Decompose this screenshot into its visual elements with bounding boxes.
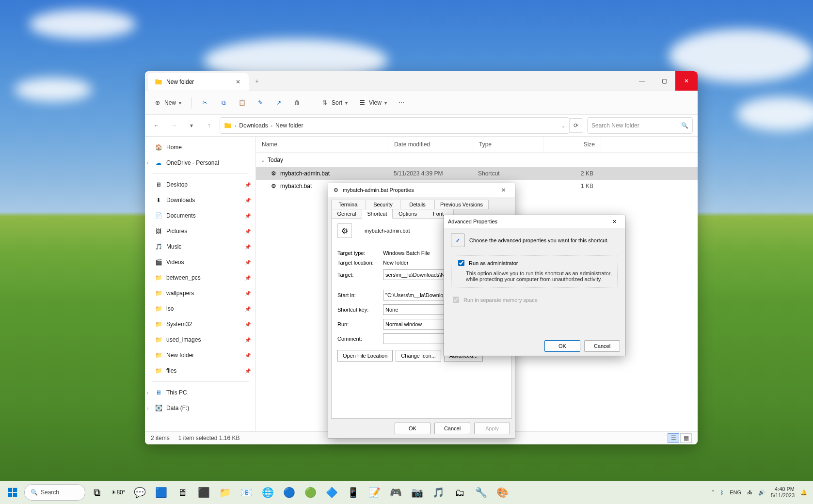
dialog-titlebar[interactable]: Advanced Properties ✕ <box>444 215 625 228</box>
taskbar-app[interactable]: ⬛ <box>194 483 213 502</box>
nav-quick-item[interactable]: 📁iso📌 <box>145 301 255 316</box>
recent-button[interactable]: ▾ <box>185 119 198 132</box>
cancel-button[interactable]: Cancel <box>584 340 620 352</box>
taskbar[interactable]: 🔍Search ⧉ ☀80° 💬 🟦 🖥 ⬛ 📁 📧 🌐 🔵 🟢 🔷 📱 📝 🎮… <box>0 481 813 504</box>
change-icon-button[interactable]: Change Icon... <box>396 350 441 362</box>
minimize-button[interactable]: — <box>631 71 653 91</box>
chevron-down-icon[interactable]: ⌄ <box>561 123 565 128</box>
taskbar-app[interactable]: 🖥 <box>173 483 192 502</box>
maximize-button[interactable]: ▢ <box>653 71 675 91</box>
taskbar-app[interactable]: 🔵 <box>279 483 299 502</box>
taskbar-edge[interactable]: 🌐 <box>258 483 277 502</box>
paste-button[interactable]: 📋 <box>234 95 250 110</box>
taskbar-app[interactable]: 🔧 <box>471 483 491 502</box>
forward-button[interactable]: → <box>167 119 181 132</box>
chevron-right-icon[interactable]: › <box>147 390 148 395</box>
icons-view-button[interactable]: ▦ <box>680 433 692 443</box>
search-input[interactable]: Search New folder 🔍 <box>587 117 693 134</box>
taskbar-explorer[interactable]: 📁 <box>215 483 235 502</box>
start-button[interactable] <box>3 483 22 502</box>
tab-security[interactable]: Security <box>366 200 400 209</box>
new-tab-button[interactable]: ＋ <box>249 71 265 91</box>
nav-quick-item[interactable]: 🎬Videos📌 <box>145 254 255 270</box>
chevron-right-icon[interactable]: › <box>271 123 272 128</box>
copy-button[interactable]: ⧉ <box>216 95 231 110</box>
taskbar-app[interactable]: 📷 <box>407 483 427 502</box>
tab-shortcut[interactable]: Shortcut <box>362 209 393 219</box>
nav-quick-item[interactable]: 🖼Pictures📌 <box>145 223 255 239</box>
clock[interactable]: 4:40 PM 5/11/2023 <box>771 486 795 499</box>
sort-button[interactable]: ⇅Sort▾ <box>317 95 351 110</box>
new-button[interactable]: ⊕New▾ <box>150 95 185 110</box>
titlebar[interactable]: New folder ✕ ＋ — ▢ ✕ <box>145 71 698 91</box>
share-button[interactable]: ↗ <box>271 95 287 110</box>
nav-quick-item[interactable]: 🖥Desktop📌 <box>145 177 255 192</box>
taskbar-app[interactable]: 📧 <box>237 483 256 502</box>
group-header[interactable]: ⌄Today <box>256 153 698 167</box>
nav-drive[interactable]: ›💽Data (F:) <box>145 400 255 416</box>
breadcrumb[interactable]: › Downloads › New folder ⌄ <box>220 117 570 134</box>
taskbar-app[interactable]: 📝 <box>365 483 384 502</box>
col-date[interactable]: Date modified <box>388 137 473 152</box>
file-row[interactable]: ⚙mybatch-admin.bat5/11/2023 4:39 PMShort… <box>256 167 698 180</box>
nav-quick-item[interactable]: 📁files📌 <box>145 363 255 378</box>
chevron-right-icon[interactable]: › <box>235 123 236 128</box>
tray-chevron-icon[interactable]: ˄ <box>712 489 715 496</box>
ok-button[interactable]: OK <box>395 423 430 434</box>
nav-home[interactable]: 🏠Home <box>145 140 255 155</box>
close-button[interactable]: ✕ <box>495 183 511 197</box>
tab-close-icon[interactable]: ✕ <box>234 78 242 86</box>
tab-details[interactable]: Details <box>400 200 435 209</box>
nav-onedrive[interactable]: ›☁OneDrive - Personal <box>145 155 255 171</box>
nav-quick-item[interactable]: 🎵Music📌 <box>145 239 255 254</box>
nav-this-pc[interactable]: ›🖥This PC <box>145 385 255 400</box>
apply-button[interactable]: Apply <box>474 423 510 434</box>
back-button[interactable]: ← <box>150 119 163 132</box>
nav-quick-item[interactable]: ⬇Downloads📌 <box>145 192 255 208</box>
dialog-titlebar[interactable]: ⚙ mybatch-admin.bat Properties ✕ <box>328 183 515 197</box>
ok-button[interactable]: OK <box>544 340 580 352</box>
tab-terminal[interactable]: Terminal <box>331 200 366 209</box>
nav-quick-item[interactable]: 📁wallpapers📌 <box>145 285 255 301</box>
breadcrumb-item[interactable]: New folder <box>275 122 303 129</box>
network-icon[interactable]: 🖧 <box>747 489 752 495</box>
more-button[interactable]: ⋯ <box>394 95 409 110</box>
open-file-location-button[interactable]: Open File Location <box>337 350 393 362</box>
details-view-button[interactable]: ☰ <box>668 433 679 443</box>
taskbar-app[interactable]: 🟢 <box>301 483 320 502</box>
taskbar-app[interactable]: 🟦 <box>151 483 171 502</box>
nav-quick-item[interactable]: 📁New folder📌 <box>145 347 255 363</box>
chevron-right-icon[interactable]: › <box>147 406 148 411</box>
view-button[interactable]: ☰View▾ <box>354 95 391 110</box>
tab-previous-versions[interactable]: Previous Versions <box>434 200 489 209</box>
col-name[interactable]: Name <box>256 137 388 152</box>
volume-icon[interactable]: 🔊 <box>758 489 765 496</box>
close-button[interactable]: ✕ <box>675 71 698 91</box>
notifications-icon[interactable]: 🔔 <box>800 489 807 496</box>
refresh-button[interactable]: ⟳ <box>569 118 583 133</box>
rename-button[interactable]: ✎ <box>253 95 268 110</box>
weather-widget[interactable]: ☀80° <box>109 483 128 502</box>
col-type[interactable]: Type <box>473 137 543 152</box>
tab-options[interactable]: Options <box>392 209 423 219</box>
col-size[interactable]: Size <box>543 137 601 152</box>
tab-general[interactable]: General <box>331 209 362 219</box>
window-tab[interactable]: New folder ✕ <box>148 73 249 91</box>
taskbar-app[interactable]: 🎵 <box>429 483 448 502</box>
system-tray[interactable]: ˄ ᛒ ENG 🖧 🔊 4:40 PM 5/11/2023 🔔 <box>712 486 810 499</box>
task-view-button[interactable]: ⧉ <box>87 483 107 502</box>
taskbar-app[interactable]: 🎮 <box>386 483 405 502</box>
taskbar-search[interactable]: 🔍Search <box>24 484 85 501</box>
close-button[interactable]: ✕ <box>607 215 621 228</box>
nav-quick-item[interactable]: 📁System32📌 <box>145 316 255 332</box>
taskbar-app[interactable]: 📱 <box>343 483 363 502</box>
taskbar-app[interactable]: 🗂 <box>450 483 469 502</box>
cancel-button[interactable]: Cancel <box>434 423 470 434</box>
chevron-right-icon[interactable]: › <box>147 160 148 166</box>
run-as-admin-checkbox[interactable]: Run as administrator <box>456 258 613 268</box>
nav-quick-item[interactable]: 📁between_pcs📌 <box>145 270 255 285</box>
breadcrumb-item[interactable]: Downloads <box>239 122 268 129</box>
bluetooth-icon[interactable]: ᛒ <box>720 489 724 495</box>
delete-button[interactable]: 🗑 <box>289 95 305 110</box>
taskbar-app[interactable]: 🎨 <box>493 483 512 502</box>
